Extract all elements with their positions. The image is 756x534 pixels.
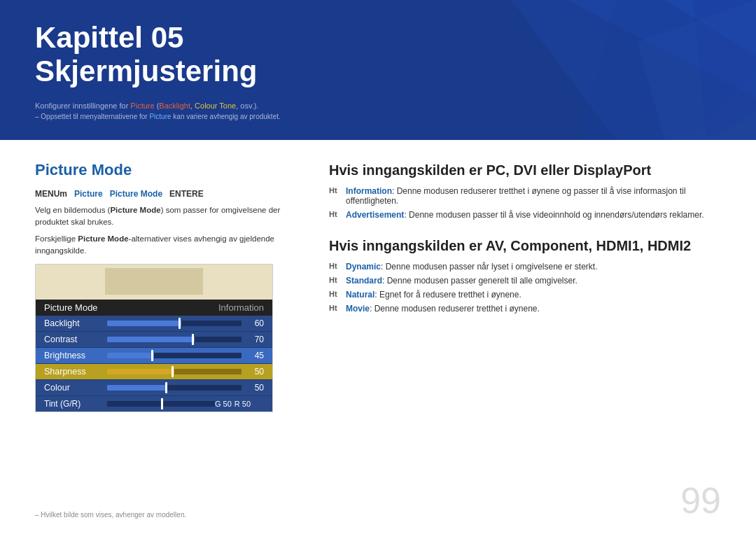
desc-1: Velg en bildemodus (Picture Mode) som pa… <box>35 204 301 229</box>
right-column: Hvis inngangskilden er PC, DVI eller Dis… <box>329 161 721 412</box>
pm-value-colour: 50 <box>241 383 264 393</box>
text-dynamic: Dynamic: Denne modusen passer når lyset … <box>346 262 598 272</box>
section-pc-dvi-displayport: Hvis inngangskilden er PC, DVI eller Dis… <box>329 161 721 220</box>
section-title-pc: Hvis inngangskilden er PC, DVI eller Dis… <box>329 161 721 179</box>
pm-top-decoration <box>36 265 272 300</box>
hl-picture-note: Picture <box>149 113 171 120</box>
pm-slider-contrast <box>107 337 241 342</box>
desc-2: Forskjellige Picture Mode-alternativer v… <box>35 233 301 258</box>
chapter-number: Kapittel 05 <box>35 21 281 55</box>
bullet-dynamic: Ht <box>329 262 342 270</box>
nav-picture-mode: Picture Mode <box>110 189 162 199</box>
text-movie: Movie: Denne modusen reduserer tretthet … <box>346 304 540 314</box>
bullet-movie: Ht <box>329 304 342 312</box>
bullet-information: Ht <box>329 186 342 195</box>
menu-label: MENUm <box>35 189 67 199</box>
hl-picture: Picture <box>130 101 154 110</box>
right-item-natural: Ht Natural: Egnet for å redusere tretthe… <box>329 290 721 300</box>
menu-navigation: MENUm Picture Picture Mode ENTERE <box>35 189 301 199</box>
bullet-advertisement: Ht <box>329 210 342 218</box>
pm-value-brightness: 45 <box>241 351 264 360</box>
header-decoration <box>371 0 756 140</box>
hl-backlight: Backlight <box>159 101 190 110</box>
pm-header-right: Information <box>218 302 264 313</box>
pm-value-contrast: 70 <box>241 335 264 344</box>
pm-handle-tint <box>161 398 163 409</box>
page-chapter-title: Kapittel 05 Skjermjustering <box>35 21 281 89</box>
pm-handle-backlight <box>178 318 181 329</box>
pm-fill-sharpness <box>107 369 174 374</box>
nav-picture: Picture <box>74 189 103 199</box>
main-content: Picture Mode MENUm Picture Picture Mode … <box>0 140 756 426</box>
pm-inner-decoration <box>105 268 203 295</box>
nav-entere: ENTERE <box>169 189 204 199</box>
pm-value-backlight: 60 <box>241 318 264 328</box>
pm-handle-contrast <box>192 334 194 345</box>
pm-handle-sharpness <box>172 366 174 377</box>
pm-row-backlight: Backlight 60 <box>36 316 272 332</box>
page-number: 99 <box>680 479 721 521</box>
pm-slider-colour <box>107 385 241 391</box>
pm-fill-contrast <box>107 337 195 342</box>
pm-tint-values: G 50 R 50 <box>215 400 264 408</box>
pm-row-contrast: Contrast 70 <box>36 332 272 348</box>
pm-value-sharpness: 50 <box>241 367 264 377</box>
pm-row-tint: Tint (G/R) G 50 R 50 <box>36 396 272 412</box>
text-standard: Standard: Denne modusen passer generelt … <box>346 276 578 286</box>
pm-label-tint: Tint (G/R) <box>44 399 107 409</box>
section-title-picture-mode: Picture Mode <box>35 161 301 179</box>
kw-dynamic: Dynamic <box>346 262 381 272</box>
kw-natural: Natural <box>346 290 374 300</box>
pm-tint-g: G 50 <box>215 400 232 408</box>
section-title-av: Hvis inngangskilden er AV, Component, HD… <box>329 237 721 255</box>
pm-header-label: Picture Mode <box>44 302 98 313</box>
pm-handle-colour <box>165 382 167 393</box>
kw-advertisement: Advertisement <box>346 210 404 220</box>
footer-note: – Hvilket bilde som vises, avhenger av m… <box>35 511 186 519</box>
picture-mode-ui: Picture Mode Information Backlight 60 Co… <box>35 264 273 412</box>
pm-slider-brightness <box>107 353 241 358</box>
pm-label-colour: Colour <box>44 383 107 393</box>
bullet-natural: Ht <box>329 290 342 298</box>
kw-movie: Movie <box>346 304 370 314</box>
pm-header-row: Picture Mode Information <box>36 300 272 316</box>
header-content: Kapittel 05 Skjermjustering Konfigurer i… <box>35 21 281 120</box>
text-information: Information: Denne modusen reduserer tre… <box>346 186 721 206</box>
kw-standard: Standard <box>346 276 382 286</box>
pm-fill-brightness <box>107 353 154 358</box>
header-subtitle: Konfigurer innstillingene for Picture (B… <box>35 101 281 110</box>
pm-label-backlight: Backlight <box>44 318 107 328</box>
pm-label-sharpness: Sharpness <box>44 367 107 377</box>
left-column: Picture Mode MENUm Picture Picture Mode … <box>35 161 301 412</box>
pm-slider-sharpness <box>107 369 241 374</box>
right-item-information: Ht Information: Denne modusen reduserer … <box>329 186 721 206</box>
pm-fill-colour <box>107 385 167 391</box>
header-note: – Oppsettet til menyalternativene for Pi… <box>35 113 281 120</box>
right-item-movie: Ht Movie: Denne modusen reduserer tretth… <box>329 304 721 314</box>
right-item-standard: Ht Standard: Denne modusen passer genere… <box>329 276 721 286</box>
pm-tint-r: R 50 <box>234 400 251 408</box>
pm-slider-backlight <box>107 321 241 326</box>
hl-colour-tone: Colour Tone <box>195 101 236 110</box>
section-av-component-hdmi: Hvis inngangskilden er AV, Component, HD… <box>329 237 721 314</box>
text-advertisement: Advertisement: Denne modusen passer til … <box>346 210 704 220</box>
right-item-dynamic: Ht Dynamic: Denne modusen passer når lys… <box>329 262 721 272</box>
pm-row-colour: Colour 50 <box>36 380 272 396</box>
text-natural: Natural: Egnet for å redusere tretthet i… <box>346 290 522 300</box>
page-header: Kapittel 05 Skjermjustering Konfigurer i… <box>0 0 756 140</box>
pm-row-brightness: Brightness 45 <box>36 348 272 364</box>
chapter-title: Skjermjustering <box>35 55 281 88</box>
bullet-standard: Ht <box>329 276 342 284</box>
pm-slider-tint <box>107 401 215 407</box>
pm-label-brightness: Brightness <box>44 351 107 360</box>
pm-row-sharpness: Sharpness 50 <box>36 364 272 380</box>
right-item-advertisement: Ht Advertisement: Denne modusen passer t… <box>329 210 721 220</box>
pm-handle-brightness <box>151 350 153 361</box>
pm-fill-backlight <box>107 321 181 326</box>
pm-label-contrast: Contrast <box>44 335 107 344</box>
kw-information: Information <box>346 186 392 196</box>
